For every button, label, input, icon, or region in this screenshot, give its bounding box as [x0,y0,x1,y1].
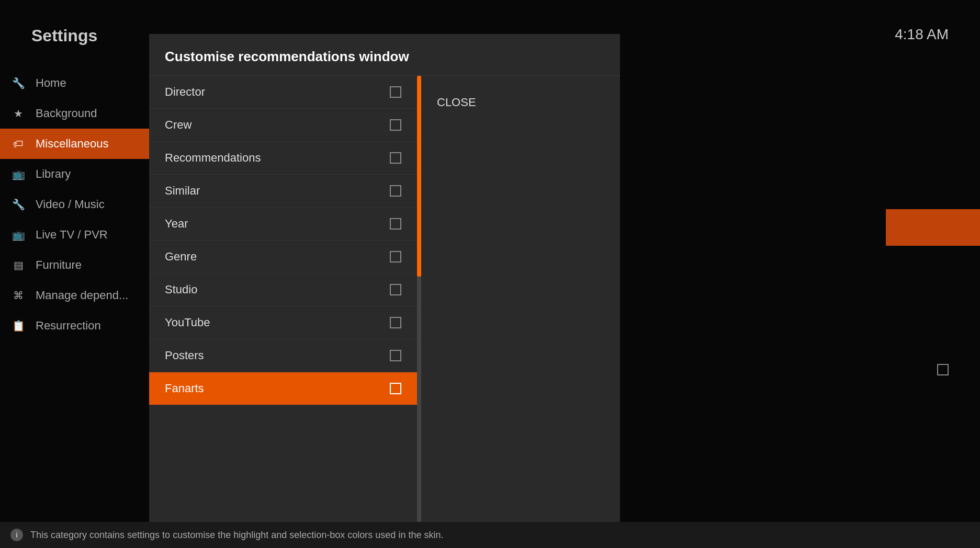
studio-checkbox[interactable] [390,284,401,295]
studio-label: Studio [165,283,197,296]
list-item-recommendations[interactable]: Recommendations [149,142,417,175]
sidebar-item-home[interactable]: 🔧 Home [0,68,149,98]
sidebar: 🔧 Home ★ Background 🏷 Miscellaneous 📺 Li… [0,68,149,522]
similar-checkbox[interactable] [390,185,401,197]
genre-label: Genre [165,250,197,264]
sidebar-label-furniture: Furniture [36,258,82,272]
list-item-year[interactable]: Year [149,208,417,241]
modal-body: Director Crew Recommendations Similar Ye… [149,76,620,522]
sidebar-item-video-music[interactable]: 🔧 Video / Music [0,189,149,220]
sidebar-item-background[interactable]: ★ Background [0,98,149,129]
time-display: 4:18 AM [895,26,949,43]
resurrection-icon: 📋 [10,318,26,334]
sidebar-label-manage-depend: Manage depend... [36,289,128,302]
list-item-studio[interactable]: Studio [149,273,417,306]
sidebar-item-furniture[interactable]: ▤ Furniture [0,250,149,280]
similar-label: Similar [165,184,200,198]
crew-label: Crew [165,118,192,132]
sidebar-label-live-tv: Live TV / PVR [36,228,108,242]
recommendations-checkbox[interactable] [390,152,401,164]
sidebar-label-video-music: Video / Music [36,198,105,211]
manage-depend-icon: ⌘ [10,288,26,303]
sidebar-item-resurrection[interactable]: 📋 Resurrection [0,311,149,341]
modal-right-panel: CLOSE [421,76,620,522]
fanarts-checkbox[interactable] [390,383,401,394]
sidebar-label-library: Library [36,167,71,181]
live-tv-icon: 📺 [10,227,26,243]
resurrection-checkbox-right[interactable] [937,364,949,375]
sidebar-label-miscellaneous: Miscellaneous [36,137,108,151]
close-button[interactable]: CLOSE [437,92,476,113]
app-title: Settings [31,26,97,45]
sidebar-label-home: Home [36,76,66,90]
list-item-youtube[interactable]: YouTube [149,306,417,339]
genre-checkbox[interactable] [390,251,401,262]
status-bar: i This category contains settings to cus… [0,522,980,548]
modal-title: Customise recommendations window [165,49,604,65]
director-label: Director [165,85,205,99]
year-checkbox[interactable] [390,218,401,230]
list-item-posters[interactable]: Posters [149,339,417,372]
library-icon: 📺 [10,166,26,182]
miscellaneous-icon: 🏷 [10,136,26,152]
list-item-similar[interactable]: Similar [149,175,417,208]
youtube-label: YouTube [165,316,210,329]
sidebar-item-manage-depend[interactable]: ⌘ Manage depend... [0,280,149,311]
posters-label: Posters [165,349,204,362]
background-icon: ★ [10,106,26,121]
home-icon: 🔧 [10,75,26,91]
list-item-fanarts[interactable]: Fanarts [149,372,417,405]
sidebar-item-live-tv[interactable]: 📺 Live TV / PVR [0,220,149,250]
director-checkbox[interactable] [390,86,401,98]
modal-list: Director Crew Recommendations Similar Ye… [149,76,417,522]
status-text: This category contains settings to custo… [30,530,443,541]
modal-header: Customise recommendations window [149,34,620,76]
list-item-director[interactable]: Director [149,76,417,109]
orange-highlight-bar [886,209,980,246]
info-icon: i [10,529,23,541]
crew-checkbox[interactable] [390,119,401,131]
youtube-checkbox[interactable] [390,317,401,328]
recommendations-label: Recommendations [165,151,261,165]
posters-checkbox[interactable] [390,350,401,361]
year-label: Year [165,217,188,231]
list-item-genre[interactable]: Genre [149,241,417,273]
furniture-icon: ▤ [10,257,26,273]
sidebar-item-miscellaneous[interactable]: 🏷 Miscellaneous [0,129,149,159]
customise-modal: Customise recommendations window Directo… [149,34,620,522]
list-item-crew[interactable]: Crew [149,109,417,142]
sidebar-label-resurrection: Resurrection [36,319,101,333]
sidebar-item-library[interactable]: 📺 Library [0,159,149,189]
video-music-icon: 🔧 [10,197,26,212]
sidebar-label-background: Background [36,107,97,120]
fanarts-label: Fanarts [165,382,204,395]
